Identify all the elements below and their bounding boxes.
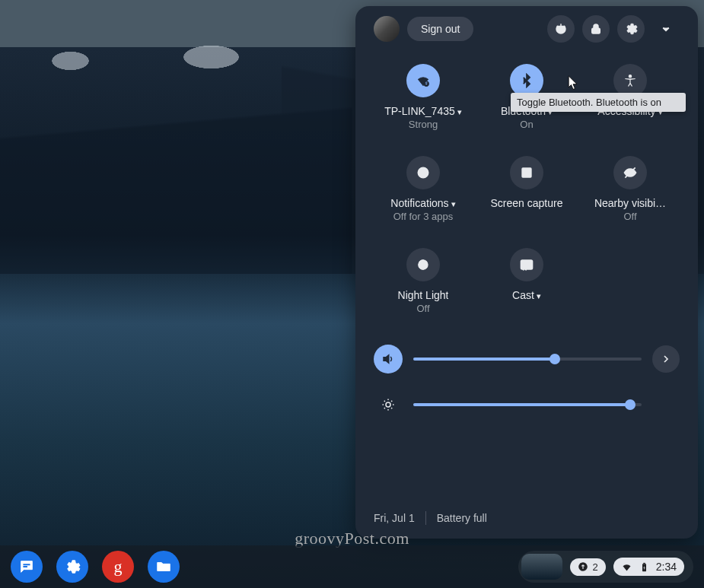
tile-cast: Cast bbox=[477, 248, 576, 314]
tile-screen-capture: Screen capture bbox=[477, 156, 576, 222]
svg-rect-13 bbox=[643, 562, 645, 563]
screen-capture-icon bbox=[519, 165, 534, 180]
wifi-icon bbox=[621, 561, 632, 573]
lock-button[interactable] bbox=[582, 15, 610, 43]
dnd-icon bbox=[416, 165, 431, 180]
cast-label[interactable]: Cast bbox=[512, 289, 541, 301]
night-light-sub: Off bbox=[416, 303, 429, 314]
brightness-icon bbox=[381, 398, 395, 412]
svg-rect-0 bbox=[592, 28, 600, 33]
system-tray[interactable]: 2:34 bbox=[613, 558, 684, 576]
night-light-toggle[interactable] bbox=[406, 248, 440, 281]
footer-battery[interactable]: Battery full bbox=[437, 512, 487, 524]
notification-count: 2 bbox=[593, 561, 598, 573]
status-area[interactable]: 2 2:34 bbox=[518, 551, 693, 583]
visibility-off-icon bbox=[623, 165, 638, 180]
night-light-label: Night Light bbox=[398, 289, 449, 301]
arrow-up-icon bbox=[578, 561, 588, 572]
gear-icon bbox=[64, 558, 81, 575]
svg-point-10 bbox=[386, 402, 390, 407]
accessibility-icon bbox=[623, 73, 638, 88]
quick-settings-tiles: TP-LINK_7435 Strong Bluetooth On Accessi… bbox=[374, 64, 680, 314]
footer-date: Fri, Jul 1 bbox=[374, 512, 415, 524]
quick-settings-footer: Fri, Jul 1 Battery full bbox=[374, 494, 680, 525]
power-icon bbox=[554, 22, 568, 36]
footer-divider bbox=[425, 511, 426, 525]
gear-icon bbox=[624, 22, 638, 36]
quick-settings-header: Sign out bbox=[374, 15, 680, 43]
svg-rect-2 bbox=[425, 83, 428, 84]
desk-thumbnail[interactable] bbox=[521, 554, 562, 580]
bluetooth-tooltip: Toggle Bluetooth. Bluetooth is on bbox=[511, 93, 686, 112]
wifi-toggle[interactable] bbox=[406, 64, 440, 97]
settings-button[interactable] bbox=[617, 15, 645, 43]
notification-pill[interactable]: 2 bbox=[570, 558, 606, 576]
svg-point-6 bbox=[525, 171, 529, 175]
shelf: g 2 2:34 bbox=[0, 545, 704, 588]
chevron-down-icon bbox=[659, 22, 673, 36]
volume-button[interactable] bbox=[374, 345, 403, 373]
power-button[interactable] bbox=[547, 15, 575, 43]
brightness-slider[interactable] bbox=[413, 403, 642, 406]
clock: 2:34 bbox=[656, 561, 677, 573]
brightness-button[interactable] bbox=[374, 390, 403, 419]
nearby-label: Nearby visibi… bbox=[594, 197, 666, 209]
wifi-label[interactable]: TP-LINK_7435 bbox=[384, 105, 462, 117]
bluetooth-icon bbox=[519, 73, 534, 88]
tile-wifi: TP-LINK_7435 Strong bbox=[374, 64, 473, 130]
notifications-toggle[interactable] bbox=[406, 156, 440, 189]
volume-icon bbox=[381, 352, 395, 366]
svg-point-3 bbox=[629, 75, 631, 78]
cast-button[interactable] bbox=[510, 248, 543, 281]
shelf-app-settings[interactable] bbox=[56, 551, 88, 583]
sign-out-button[interactable]: Sign out bbox=[407, 17, 473, 41]
notifications-label[interactable]: Notifications bbox=[390, 197, 455, 209]
night-light-icon bbox=[416, 257, 431, 272]
folder-icon bbox=[155, 558, 172, 575]
messages-icon bbox=[18, 558, 35, 575]
bluetooth-sub: On bbox=[520, 119, 533, 130]
tile-notifications: Notifications Off for 3 apps bbox=[374, 156, 473, 222]
nearby-sub: Off bbox=[623, 211, 636, 222]
quick-settings-panel: Sign out TP-LINK_7435 Strong Bluetoo bbox=[355, 6, 698, 539]
lock-icon bbox=[589, 22, 603, 36]
tile-night-light: Night Light Off bbox=[374, 248, 473, 314]
wifi-icon bbox=[416, 73, 431, 88]
shelf-app-messages[interactable] bbox=[11, 551, 43, 583]
screen-capture-label: Screen capture bbox=[491, 197, 563, 209]
screen-capture-button[interactable] bbox=[510, 156, 543, 189]
audio-settings-button[interactable] bbox=[652, 345, 680, 373]
shelf-app-groovypost[interactable]: g bbox=[102, 551, 134, 583]
battery-icon bbox=[639, 561, 650, 573]
avatar[interactable] bbox=[374, 16, 400, 42]
tile-nearby: Nearby visibi… Off bbox=[581, 156, 680, 222]
volume-slider-row bbox=[374, 345, 680, 373]
shelf-app-files[interactable] bbox=[148, 551, 180, 583]
wifi-sub: Strong bbox=[409, 119, 438, 130]
notifications-sub: Off for 3 apps bbox=[393, 211, 454, 222]
chevron-right-icon bbox=[660, 353, 672, 365]
volume-slider[interactable] bbox=[413, 358, 642, 361]
cast-icon bbox=[519, 257, 534, 272]
brightness-slider-row bbox=[374, 390, 680, 419]
nearby-visibility-toggle[interactable] bbox=[613, 156, 647, 189]
collapse-button[interactable] bbox=[652, 15, 680, 43]
